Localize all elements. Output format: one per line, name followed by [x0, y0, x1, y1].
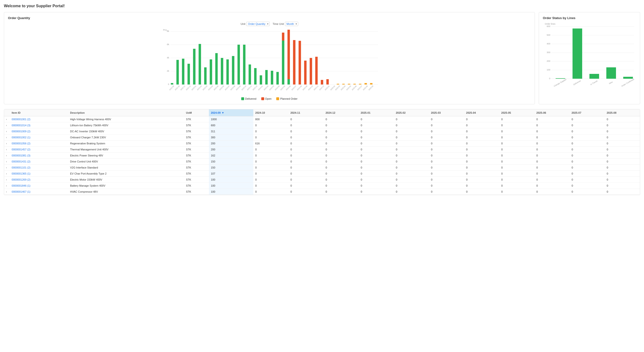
table-row[interactable]: ›0000001846 (1)Battery Manage System 400…	[4, 183, 640, 189]
th-uom[interactable]: UoM	[184, 109, 209, 116]
table-row[interactable]: ›0000001001 (2)High-Voltage Wiring Harne…	[4, 116, 640, 122]
row-expand-btn[interactable]: ›	[6, 160, 7, 163]
cell-value: 0	[499, 152, 534, 158]
svg-rect-63	[310, 58, 312, 84]
th-2025-04[interactable]: 2025-04	[464, 109, 499, 116]
table-body: ›0000001001 (2)High-Voltage Wiring Harne…	[4, 116, 640, 195]
row-expand-btn[interactable]: ›	[6, 166, 7, 169]
table-row[interactable]: ›0000001002 (1)Onboard Charger 7.2kW 230…	[4, 134, 640, 140]
table-row[interactable]: ›0000001009 (2)DC-AC Inverter 150kW 400V…	[4, 128, 640, 134]
svg-rect-45	[266, 70, 268, 84]
th-2025-06[interactable]: 2025-06	[534, 109, 570, 116]
timeunit-select[interactable]: Month	[285, 22, 298, 26]
table-row[interactable]: ›0000001081 (3)Electric Power Steering 4…	[4, 152, 640, 158]
svg-text:2024-04: 2024-04	[274, 85, 280, 91]
th-item-id[interactable]: Item ID	[10, 109, 68, 116]
svg-text:2023-05: 2023-05	[213, 85, 219, 91]
cell-description: Onboard Charger 7.2kW 230V	[68, 134, 184, 140]
cell-value: 0	[605, 177, 640, 183]
table-row[interactable]: ›0000001431 (2)Drive Control Unit 400VST…	[4, 158, 640, 165]
svg-rect-67	[321, 80, 323, 84]
th-2024-10[interactable]: 2024-10	[253, 109, 288, 116]
th-2025-07[interactable]: 2025-07	[570, 109, 605, 116]
cell-value: 0	[253, 146, 288, 152]
svg-rect-29	[221, 58, 223, 84]
cell-value: 0	[394, 158, 429, 165]
cell-value: 311	[209, 128, 253, 134]
svg-rect-84	[370, 83, 372, 84]
table-row[interactable]: ›0000001467 (1)HVAC Compressor 48VSTK100…	[4, 189, 640, 195]
row-expand-btn[interactable]: ›	[6, 142, 7, 145]
cell-value: 616	[253, 140, 288, 146]
cell-value: 0	[499, 140, 534, 146]
cell-uom: STK	[184, 152, 209, 158]
svg-text:2025-02: 2025-02	[330, 85, 336, 91]
svg-text:2025-01: 2025-01	[324, 85, 330, 91]
cell-value: 0	[288, 189, 324, 195]
row-expand-btn[interactable]: ›	[6, 154, 7, 157]
cell-value: 0	[359, 152, 394, 158]
svg-rect-19	[193, 49, 196, 84]
svg-rect-65	[315, 57, 318, 84]
svg-rect-11	[171, 83, 174, 84]
svg-text:New: New	[609, 81, 613, 85]
cell-value: 0	[499, 116, 534, 122]
row-expand-btn[interactable]: ›	[6, 118, 7, 121]
table-row[interactable]: ›0000001056 (2)Regenerative Braking Syst…	[4, 140, 640, 146]
table-row[interactable]: ›0000001269 (2)Electric Motor 150kW 400V…	[4, 177, 640, 183]
row-expand-btn[interactable]: ›	[6, 184, 7, 187]
cell-value: 0	[429, 134, 464, 140]
svg-text:2025-08: 2025-08	[362, 85, 368, 91]
row-expand-btn[interactable]: ›	[6, 190, 7, 193]
th-2024-12[interactable]: 2024-12	[324, 109, 359, 116]
cell-value: 0	[499, 158, 534, 165]
table-row[interactable]: ›0000001457 (2)Thermal Management Unit 4…	[4, 146, 640, 152]
cell-description: Electric Power Steering 48V	[68, 152, 184, 158]
cell-value: 0	[499, 165, 534, 171]
cell-value: 0	[499, 183, 534, 189]
cell-value: 0	[534, 165, 570, 171]
unit-label: Unit	[240, 22, 245, 25]
legend-delivered-dot	[241, 97, 244, 100]
cell-value: 0	[394, 183, 429, 189]
cell-value: 0	[464, 177, 499, 183]
cell-value: 0	[288, 183, 324, 189]
row-expand-btn[interactable]: ›	[6, 130, 7, 133]
cell-value: 0	[394, 171, 429, 177]
th-2025-01[interactable]: 2025-01	[359, 109, 394, 116]
svg-text:2025-05: 2025-05	[346, 85, 351, 91]
cell-value: 0	[464, 158, 499, 165]
cell-value: 100	[209, 189, 253, 195]
table-row[interactable]: ›0000001014 (3)Lithium-Ion Battery 75kWh…	[4, 122, 640, 128]
th-2025-02[interactable]: 2025-02	[394, 109, 429, 116]
cell-value: 0	[464, 152, 499, 158]
cell-description: Regenerative Braking System	[68, 140, 184, 146]
row-expand-btn[interactable]: ›	[6, 136, 7, 139]
cell-value: 0	[394, 152, 429, 158]
row-expand-btn[interactable]: ›	[6, 178, 7, 181]
table-row[interactable]: ›0000001365 (1)EV Char Port Assembly Typ…	[4, 171, 640, 177]
sort-icon[interactable]: ▼	[222, 111, 224, 114]
timeunit-label: Time Unit	[272, 22, 284, 25]
th-2025-05[interactable]: 2025-05	[499, 109, 534, 116]
cell-description: Electric Motor 150kW 400V	[68, 177, 184, 183]
row-expand-btn[interactable]: ›	[6, 124, 7, 127]
row-expand-btn[interactable]: ›	[6, 148, 7, 151]
cell-value: 0	[429, 158, 464, 165]
cell-description: Thermal Management Unit 400V	[68, 146, 184, 152]
table-row[interactable]: ›0000001101 (2)V2G Interface StandardSTK…	[4, 165, 640, 171]
unit-select[interactable]: Order Quantity	[246, 22, 270, 26]
th-description[interactable]: Description	[68, 109, 184, 116]
svg-text:300: 300	[547, 51, 550, 54]
cell-value: 0	[605, 134, 640, 140]
th-2025-03[interactable]: 2025-03	[429, 109, 464, 116]
cell-value: 0	[570, 183, 605, 189]
th-2025-08[interactable]: 2025-08	[605, 109, 640, 116]
cell-value: 0	[429, 177, 464, 183]
row-expand-btn[interactable]: ›	[6, 172, 7, 175]
svg-text:2022-09: 2022-09	[169, 85, 174, 91]
th-2024-09[interactable]: 2024-09 ▼	[209, 109, 253, 116]
cell-value: 0	[324, 134, 359, 140]
cell-value: 0	[253, 183, 288, 189]
th-2024-11[interactable]: 2024-11	[288, 109, 324, 116]
